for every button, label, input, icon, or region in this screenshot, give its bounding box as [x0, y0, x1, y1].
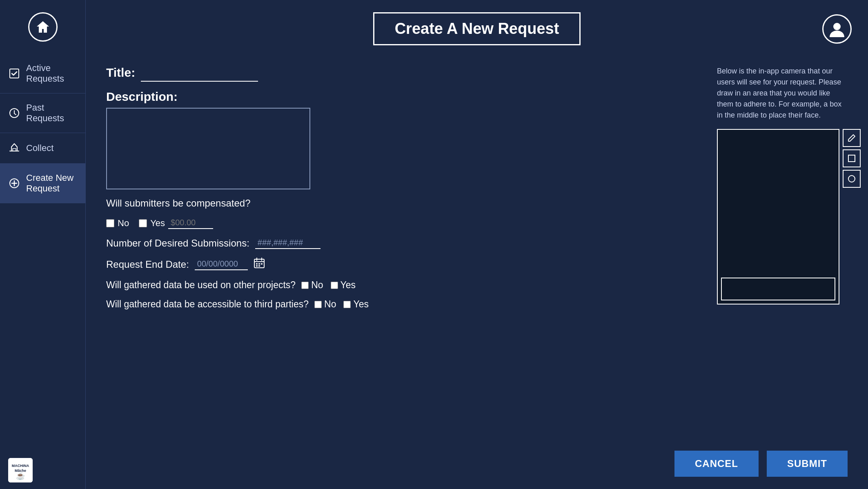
- submissions-label: Number of Desired Submissions:: [106, 238, 249, 249]
- form-area: Title: Description: Will submitters be c…: [86, 58, 868, 442]
- data-third-party-row: Will gathered data be accessible to thir…: [106, 299, 701, 310]
- collect-icon: [8, 142, 20, 154]
- description-textarea[interactable]: [106, 108, 310, 189]
- create-request-icon: [8, 177, 20, 189]
- end-date-label: Request End Date:: [106, 259, 189, 270]
- title-label: Title:: [106, 66, 135, 80]
- home-icon: [36, 20, 50, 34]
- sidebar-footer: MACHINA Mâche ☕: [0, 451, 85, 489]
- circle-tool-button[interactable]: [843, 170, 861, 188]
- sidebar-item-create-new-request[interactable]: Create New Request: [0, 164, 85, 203]
- data-projects-question: Will gathered data be used on other proj…: [106, 280, 296, 291]
- user-avatar-icon: [828, 20, 846, 38]
- data-third-party-question: Will gathered data be accessible to thir…: [106, 299, 309, 310]
- data-third-party-no-option: No: [314, 299, 336, 310]
- sidebar-item-create-new-request-label: Create New Request: [26, 173, 77, 194]
- submit-button[interactable]: SUBMIT: [767, 451, 848, 477]
- camera-hint-text: Below is the in-app camera that our user…: [717, 66, 848, 121]
- user-avatar-button[interactable]: [822, 14, 852, 44]
- sidebar-item-collect[interactable]: Collect: [0, 133, 85, 164]
- main-header: Create A New Request: [86, 0, 868, 58]
- data-third-party-no-label: No: [324, 299, 336, 310]
- svg-point-16: [848, 176, 855, 182]
- data-projects-no-checkbox[interactable]: [301, 282, 309, 289]
- sidebar-logo-area: [0, 0, 85, 54]
- data-projects-no-option: No: [301, 280, 323, 291]
- machina-logo-icon: MACHINA Mâche ☕: [8, 458, 33, 482]
- brand-logo: MACHINA Mâche ☕: [8, 458, 33, 482]
- svg-rect-12: [261, 263, 263, 265]
- compensation-no-label: No: [118, 218, 129, 229]
- camera-preview[interactable]: [717, 129, 839, 305]
- svg-point-8: [833, 23, 841, 30]
- sidebar-item-past-requests[interactable]: Past Requests: [0, 93, 85, 133]
- description-label: Description:: [106, 90, 701, 104]
- svg-text:☕: ☕: [16, 471, 25, 480]
- home-button[interactable]: [28, 12, 58, 42]
- svg-rect-14: [258, 265, 260, 267]
- calendar-icon-button[interactable]: [254, 257, 265, 271]
- page-title: Create A New Request: [373, 12, 581, 45]
- rectangle-tool-button[interactable]: [843, 149, 861, 167]
- rectangle-icon: [847, 154, 856, 163]
- submissions-input[interactable]: [255, 237, 320, 249]
- sidebar: Active Requests Past Requests Collect Cr…: [0, 0, 86, 489]
- description-section: Description:: [106, 90, 701, 189]
- calendar-icon: [254, 257, 265, 269]
- compensation-amount-input[interactable]: [168, 217, 213, 229]
- compensation-options: No Yes: [106, 217, 701, 229]
- circle-icon: [847, 174, 856, 183]
- title-input[interactable]: [141, 67, 258, 82]
- data-projects-yes-option: Yes: [331, 280, 356, 291]
- cancel-button[interactable]: CANCEL: [674, 451, 759, 477]
- data-projects-no-label: No: [311, 280, 323, 291]
- svg-rect-15: [848, 155, 855, 162]
- sidebar-item-active-requests-label: Active Requests: [26, 63, 77, 84]
- compensation-yes-label: Yes: [150, 218, 165, 229]
- camera-section: Below is the in-app camera that our user…: [717, 66, 848, 438]
- data-projects-row: Will gathered data be used on other proj…: [106, 280, 701, 291]
- data-third-party-yes-option: Yes: [343, 299, 369, 310]
- sidebar-item-past-requests-label: Past Requests: [26, 102, 77, 124]
- camera-tools: [843, 129, 861, 305]
- end-date-input[interactable]: [195, 258, 248, 270]
- pencil-tool-button[interactable]: [843, 129, 861, 147]
- compensation-no-checkbox[interactable]: [106, 219, 114, 227]
- data-projects-options: No Yes: [301, 280, 356, 291]
- submissions-row: Number of Desired Submissions:: [106, 237, 701, 249]
- compensation-yes-option: Yes: [139, 217, 213, 229]
- sidebar-item-collect-label: Collect: [26, 143, 53, 153]
- data-projects-yes-checkbox[interactable]: [331, 282, 338, 289]
- form-left: Title: Description: Will submitters be c…: [106, 66, 701, 438]
- sidebar-item-active-requests[interactable]: Active Requests: [0, 54, 85, 93]
- svg-rect-13: [256, 265, 258, 267]
- bottom-bar: CANCEL SUBMIT: [86, 442, 868, 489]
- compensation-no-option: No: [106, 218, 129, 229]
- sidebar-navigation: Active Requests Past Requests Collect Cr…: [0, 54, 85, 451]
- data-third-party-options: No Yes: [314, 299, 369, 310]
- svg-rect-10: [256, 263, 258, 265]
- compensation-row: Will submitters be compensated?: [106, 198, 701, 209]
- compensation-question: Will submitters be compensated?: [106, 198, 250, 209]
- title-row: Title:: [106, 66, 701, 82]
- svg-text:MACHINA: MACHINA: [12, 464, 29, 468]
- svg-rect-11: [258, 263, 260, 265]
- main-content: Create A New Request Title: Description:…: [86, 0, 868, 489]
- data-third-party-yes-checkbox[interactable]: [343, 301, 351, 308]
- svg-rect-0: [10, 69, 19, 78]
- past-requests-icon: [8, 107, 20, 119]
- camera-area-wrapper: [717, 129, 848, 305]
- active-requests-icon: [8, 67, 20, 80]
- pencil-icon: [847, 133, 856, 142]
- data-third-party-no-checkbox[interactable]: [314, 301, 322, 308]
- end-date-row: Request End Date:: [106, 257, 701, 271]
- data-third-party-yes-label: Yes: [353, 299, 369, 310]
- compensation-yes-checkbox[interactable]: [139, 219, 147, 227]
- camera-draw-area: [721, 278, 835, 300]
- data-projects-yes-label: Yes: [341, 280, 356, 291]
